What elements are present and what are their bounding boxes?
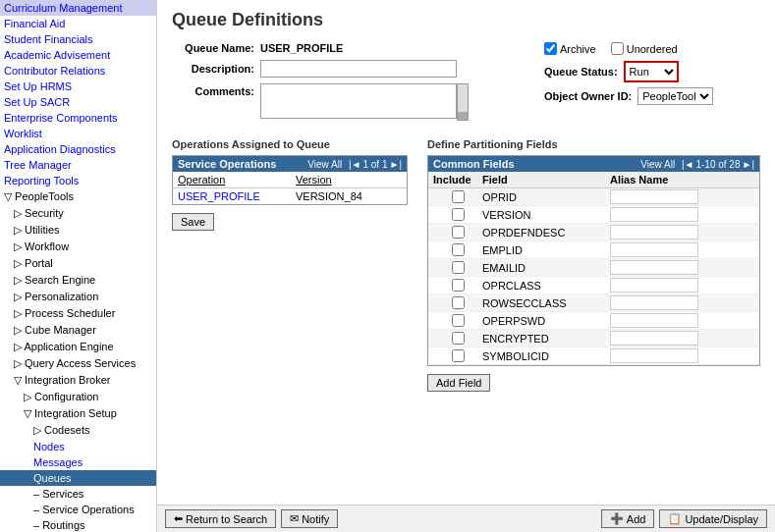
part-alias-6[interactable]: [610, 295, 698, 310]
sidebar-link-6[interactable]: Set Up SACR: [4, 96, 70, 108]
add-field-button[interactable]: Add Field: [427, 374, 490, 392]
part-include-1[interactable]: [452, 208, 465, 221]
part-alias-5[interactable]: [610, 278, 698, 293]
part-include-7[interactable]: [452, 314, 465, 327]
part-alias-1[interactable]: [610, 207, 698, 222]
sidebar-link-2[interactable]: Student Financials: [4, 33, 93, 45]
sidebar-item-0[interactable]: Curriculum Management: [0, 0, 156, 16]
part-alias-7[interactable]: [610, 313, 698, 328]
part-alias-4[interactable]: [610, 260, 698, 275]
archive-checkbox[interactable]: [544, 42, 557, 55]
part-include-6[interactable]: [452, 296, 465, 309]
sidebar-item-2[interactable]: Student Financials: [0, 31, 156, 47]
ops-operation-link-0[interactable]: USER_PROFILE: [178, 190, 260, 202]
sidebar-item-24[interactable]: ▷ Configuration: [0, 389, 156, 405]
sidebar-item-5[interactable]: Set Up HRMS: [0, 79, 156, 94]
ops-col-operation[interactable]: Operation: [178, 174, 296, 186]
comments-input[interactable]: [260, 83, 457, 119]
sidebar-item-4[interactable]: Contributor Relations: [0, 63, 156, 79]
ops-col-version[interactable]: Version: [296, 174, 402, 186]
sidebar-item-25[interactable]: ▽ Integration Setup: [0, 405, 156, 422]
sidebar-item-16[interactable]: ▷ Portal: [0, 255, 156, 272]
sidebar-item-14[interactable]: ▷ Utilities: [0, 222, 156, 239]
part-field-9: SYMBOLICID: [482, 350, 610, 362]
sidebar-item-3[interactable]: Academic Advisement: [0, 47, 156, 63]
sidebar-item-10[interactable]: Tree Manager: [0, 157, 156, 173]
sidebar-item-26[interactable]: ▷ Codesets: [0, 422, 156, 439]
ops-view-all[interactable]: View All: [307, 159, 342, 170]
ops-title: Operations Assigned to Queue: [172, 138, 408, 150]
sidebar-item-9[interactable]: Application Diagnostics: [0, 141, 156, 157]
sidebar-item-13[interactable]: ▷ Security: [0, 205, 156, 222]
part-alias-3[interactable]: [610, 242, 698, 257]
part-row-7: OPERPSWD: [428, 312, 759, 330]
sidebar-link-8[interactable]: Worklist: [4, 128, 42, 139]
sidebar-item-19[interactable]: ▷ Process Scheduler: [0, 305, 156, 322]
notify-button[interactable]: ✉ Notify: [281, 509, 338, 528]
form-right: Archive Unordered Queue Status: Run Pa: [544, 42, 760, 127]
archive-row: Archive Unordered: [544, 42, 760, 55]
part-row-8: ENCRYPTED: [428, 330, 759, 347]
sidebar-item-17[interactable]: ▷ Search Engine: [0, 272, 156, 289]
ops-section: Operations Assigned to Queue Service Ope…: [172, 138, 408, 392]
description-input[interactable]: [260, 60, 457, 78]
sidebar-item-22[interactable]: ▷ Query Access Services: [0, 355, 156, 372]
return-to-search-button[interactable]: ⬅ Return to Search: [165, 509, 276, 528]
update-display-button[interactable]: 📋 Update/Display: [659, 509, 767, 528]
part-include-5[interactable]: [452, 279, 465, 292]
sidebar-item-21[interactable]: ▷ Application Engine: [0, 339, 156, 355]
sidebar-item-30[interactable]: – Services: [0, 486, 156, 502]
sidebar-link-11[interactable]: Reporting Tools: [4, 175, 79, 186]
part-title: Define Partitioning Fields: [427, 138, 760, 150]
sidebar-link-7[interactable]: Enterprise Components: [4, 112, 118, 124]
part-field-8: ENCRYPTED: [482, 333, 610, 345]
owner-select[interactable]: PeopleTool Other: [637, 87, 713, 105]
part-include-3[interactable]: [452, 243, 465, 256]
sidebar-item-6[interactable]: Set Up SACR: [0, 94, 156, 110]
queue-status-row: Queue Status: Run Pause Stop: [544, 61, 760, 82]
sidebar-item-31[interactable]: – Service Operations: [0, 502, 156, 517]
part-include-8[interactable]: [452, 332, 465, 345]
sidebar-item-1[interactable]: Financial Aid: [0, 16, 156, 31]
sidebar-item-23[interactable]: ▽ Integration Broker: [0, 372, 156, 389]
part-include-0[interactable]: [452, 190, 465, 203]
part-alias-9[interactable]: [610, 348, 698, 363]
sidebar-link-3[interactable]: Academic Advisement: [4, 49, 110, 61]
part-row-3: EMPLID: [428, 241, 759, 259]
sidebar-item-29[interactable]: Queues: [0, 470, 156, 486]
sidebar-item-8[interactable]: Worklist: [0, 126, 156, 141]
sidebar-item-11[interactable]: Reporting Tools: [0, 173, 156, 188]
unordered-checkbox[interactable]: [611, 42, 624, 55]
save-button[interactable]: Save: [172, 213, 214, 231]
sidebar-item-20[interactable]: ▷ Cube Manager: [0, 322, 156, 339]
part-row-0: OPRID: [428, 188, 759, 206]
queue-status-select[interactable]: Run Pause Stop: [626, 63, 677, 80]
sidebar-item-28[interactable]: Messages: [0, 454, 156, 470]
part-alias-2[interactable]: [610, 225, 698, 239]
part-alias-0[interactable]: [610, 189, 698, 204]
part-col-headers: Include Field Alias Name: [428, 172, 759, 188]
sidebar-item-15[interactable]: ▷ Workflow: [0, 239, 156, 255]
part-include-2[interactable]: [452, 226, 465, 239]
part-view-all[interactable]: View All: [640, 159, 675, 170]
sidebar-item-18[interactable]: ▷ Personalization: [0, 289, 156, 305]
sidebar-item-32[interactable]: – Routings: [0, 517, 156, 532]
sidebar-item-27[interactable]: Nodes: [0, 439, 156, 454]
sidebar-link-0[interactable]: Curriculum Management: [4, 2, 122, 14]
part-alias-8[interactable]: [610, 331, 698, 346]
sidebar-link-4[interactable]: Contributor Relations: [4, 65, 105, 77]
sidebar-item-7[interactable]: Enterprise Components: [0, 110, 156, 126]
sidebar-link-27[interactable]: Nodes: [33, 441, 65, 452]
update-icon: 📋: [668, 512, 682, 525]
part-include-9[interactable]: [452, 349, 465, 362]
add-button[interactable]: ➕ Add: [601, 509, 655, 528]
sidebar-link-28[interactable]: Messages: [33, 456, 83, 468]
sidebar-link-10[interactable]: Tree Manager: [4, 159, 72, 171]
part-include-4[interactable]: [452, 261, 465, 274]
sidebar-link-5[interactable]: Set Up HRMS: [4, 80, 72, 92]
sidebar-item-12[interactable]: ▽ PeopleTools: [0, 188, 156, 205]
sidebar-link-1[interactable]: Financial Aid: [4, 18, 65, 29]
sidebar-link-9[interactable]: Application Diagnostics: [4, 143, 116, 155]
unordered-checkbox-label[interactable]: Unordered: [611, 42, 678, 55]
archive-checkbox-label[interactable]: Archive: [544, 42, 596, 55]
